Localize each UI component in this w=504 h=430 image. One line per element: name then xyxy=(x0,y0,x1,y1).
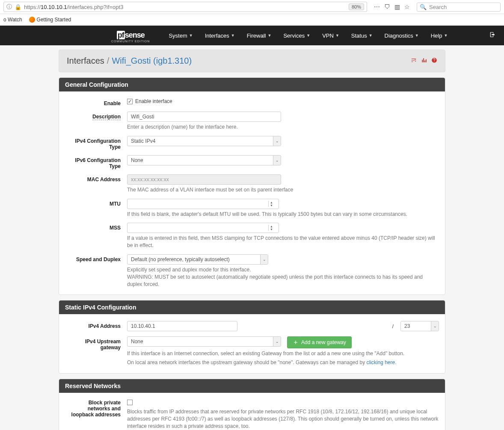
label-mtu: MTU xyxy=(65,199,127,207)
panel-ipv4: Static IPv4 Configuration IPv4 Address 1… xyxy=(59,300,445,374)
block-private-help: Blocks traffic from IP addresses that ar… xyxy=(127,408,439,430)
speed-select[interactable]: Default (no preference, typically autose… xyxy=(127,254,268,265)
url-box[interactable]: ⓘ 🔒 https://10.10.10.1/interfaces.php?if… xyxy=(3,2,367,12)
firefox-icon xyxy=(29,17,35,23)
label-mac: MAC Address xyxy=(65,174,127,183)
chevron-down-icon: ⌄ xyxy=(273,136,281,146)
label-enable: Enable xyxy=(65,98,127,106)
chevron-down-icon: ⌄ xyxy=(273,156,281,165)
enable-checkbox-wrap[interactable]: Enable interface xyxy=(127,98,439,104)
breadcrumb-root[interactable]: Interfaces xyxy=(67,56,104,66)
description-input[interactable]: Wifi_Gosti xyxy=(127,112,281,122)
mac-input: xx:xx:xx:xx:xx:xx xyxy=(127,174,281,185)
panel-general: General Configuration Enable Enable inte… xyxy=(59,77,445,295)
ipv4-type-select[interactable]: Static IPv4⌄ xyxy=(127,136,281,146)
mac-help: The MAC address of a VLAN interface must… xyxy=(127,186,439,194)
cidr-select[interactable]: 23⌄ xyxy=(400,321,439,331)
nav-vpn[interactable]: VPN▼ xyxy=(316,26,345,45)
logo[interactable]: pfsense COMMUNITY EDITION xyxy=(111,29,150,43)
speed-help: Explicitly set speed and duplex mode for… xyxy=(127,266,439,288)
ipv6-type-select[interactable]: None⌄ xyxy=(127,155,281,165)
bookmark-item[interactable]: o Watch xyxy=(3,17,22,23)
mtu-input[interactable]: ▲▼ xyxy=(127,199,279,209)
info-icon: ⓘ xyxy=(6,3,12,11)
panel-heading-general: General Configuration xyxy=(59,78,445,91)
panel-reserved: Reserved Networks Block private networks… xyxy=(59,379,445,430)
nav-diagnostics[interactable]: Diagnostics▼ xyxy=(379,26,425,45)
lock-icon: 🔒 xyxy=(15,4,21,10)
breadcrumb-slash: / xyxy=(107,56,110,66)
pocket-icon[interactable]: ⛉ xyxy=(384,3,390,10)
bookmark-item[interactable]: Getting Started xyxy=(29,17,71,23)
label-ipv4-address: IPv4 Address xyxy=(65,321,127,329)
breadcrumb-current: Wifi_Gosti (igb1.310) xyxy=(112,56,192,66)
chevron-down-icon: ⌄ xyxy=(431,321,439,331)
chevron-down-icon: ⌄ xyxy=(260,255,268,264)
nav-firewall[interactable]: Firewall▼ xyxy=(241,26,278,45)
cidr-slash: / xyxy=(392,323,394,330)
gateway-help2: On local area network interfaces the ups… xyxy=(127,359,439,366)
gateway-manage-link[interactable]: clicking here xyxy=(367,359,395,365)
browser-address-bar: ⓘ 🔒 https://10.10.10.1/interfaces.php?if… xyxy=(0,0,504,14)
enable-text: Enable interface xyxy=(135,98,172,104)
mss-input[interactable]: ▲▼ xyxy=(127,223,279,233)
bookmarks-bar: o Watch Getting Started xyxy=(0,14,504,26)
panel-heading-ipv4: Static IPv4 Configuration xyxy=(59,300,445,314)
label-description: Description xyxy=(65,112,127,120)
main-navbar: pfsense COMMUNITY EDITION System▼ Interf… xyxy=(0,26,504,45)
mss-help: If a value is entered in this field, the… xyxy=(127,235,439,249)
page-header: Interfaces / Wifi_Gosti (igb1.310) xyxy=(59,50,445,72)
more-icon[interactable]: ⋯ xyxy=(374,3,380,10)
nav-services[interactable]: Services▼ xyxy=(277,26,316,45)
label-speed: Speed and Duplex xyxy=(65,254,127,262)
label-ipv4-type: IPv4 Configuration Type xyxy=(65,136,127,150)
ipv4-address-input[interactable]: 10.10.40.1 xyxy=(127,321,237,331)
url-text: https://10.10.10.1/interfaces.php?if=opt… xyxy=(24,4,346,10)
help-icon[interactable] xyxy=(431,57,437,65)
label-block-private: Block private networks and loopback addr… xyxy=(65,400,127,418)
add-gateway-button[interactable]: Add a new gateway xyxy=(287,336,352,348)
panel-heading-reserved: Reserved Networks xyxy=(59,379,445,393)
label-ipv6-type: IPv6 Configuration Type xyxy=(65,155,127,169)
reader-icon[interactable]: ▥ xyxy=(394,3,400,10)
gateway-help1: If this interface is an Internet connect… xyxy=(127,350,439,357)
logout-icon[interactable] xyxy=(489,32,495,39)
search-box[interactable]: 🔍 Search xyxy=(417,3,501,12)
description-help: Enter a description (name) for the inter… xyxy=(127,124,439,131)
block-private-checkbox[interactable] xyxy=(127,400,133,405)
sliders-icon[interactable] xyxy=(411,57,417,65)
chart-icon[interactable] xyxy=(421,57,427,65)
nav-status[interactable]: Status▼ xyxy=(345,26,379,45)
zoom-badge[interactable]: 80% xyxy=(349,3,364,10)
label-gateway: IPv4 Upstream gateway xyxy=(65,336,127,350)
search-icon: 🔍 xyxy=(420,4,427,10)
label-mss: MSS xyxy=(65,223,127,231)
plus-icon xyxy=(293,339,299,345)
mtu-help: If this field is blank, the adapter's de… xyxy=(127,211,439,218)
chevron-down-icon: ⌄ xyxy=(273,337,281,346)
nav-system[interactable]: System▼ xyxy=(163,26,199,45)
gateway-select[interactable]: None⌄ xyxy=(127,336,281,347)
enable-checkbox[interactable] xyxy=(127,99,133,104)
nav-interfaces[interactable]: Interfaces▼ xyxy=(199,26,241,45)
nav-help[interactable]: Help▼ xyxy=(425,26,454,45)
star-icon[interactable]: ☆ xyxy=(404,3,410,10)
search-placeholder: Search xyxy=(429,4,447,10)
nav-items: System▼ Interfaces▼ Firewall▼ Services▼ … xyxy=(163,26,454,45)
